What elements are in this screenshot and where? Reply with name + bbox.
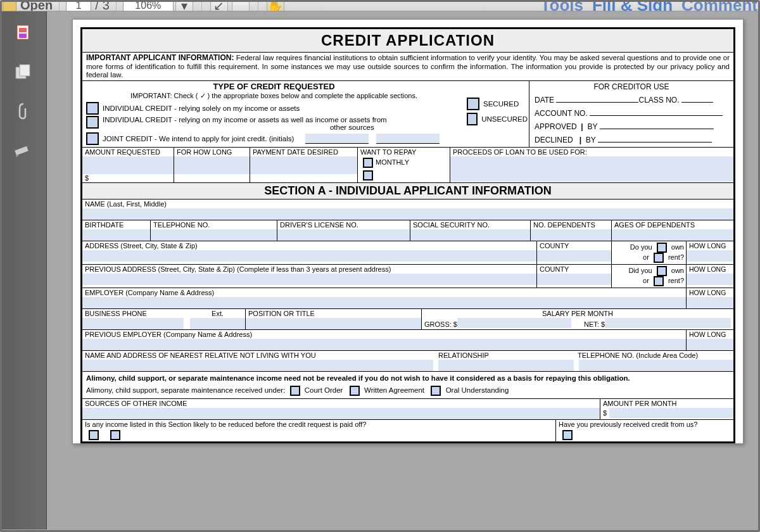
dl-field[interactable]	[277, 229, 410, 241]
amount-requested-field[interactable]	[82, 156, 174, 174]
folder-icon	[3, 0, 16, 11]
telarea-field[interactable]	[579, 360, 733, 371]
reduce-cb2[interactable]	[110, 430, 120, 440]
notice-block: IMPORTANT APPLICANT INFORMATION: Federal…	[82, 53, 733, 81]
prev-address-field[interactable]	[82, 274, 536, 285]
dollar2-label: $	[600, 408, 609, 418]
position-field[interactable]	[246, 318, 421, 329]
approved-label: APPROVED	[535, 122, 577, 131]
other-income-label: SOURCES OF OTHER INCOME	[82, 399, 600, 408]
relative-field[interactable]	[82, 360, 433, 371]
oral-checkbox[interactable]	[431, 386, 441, 396]
how-long-label: FOR HOW LONG	[174, 148, 250, 156]
amt-month-field[interactable]	[609, 408, 733, 418]
address-field[interactable]	[82, 250, 536, 262]
svg-rect-5	[15, 146, 28, 155]
prevcredit-cb1[interactable]	[562, 430, 573, 440]
other-income-field[interactable]	[82, 408, 600, 419]
county2-field[interactable]	[537, 274, 611, 285]
toc-sub: IMPORTANT: Check ( ✓ ) the appropriate b…	[82, 92, 466, 101]
joint-credit-checkbox[interactable]	[86, 132, 99, 145]
howlong1-field[interactable]	[687, 250, 733, 262]
ssn-label: SOCIAL SECURITY NO.	[410, 220, 530, 229]
sign-icon[interactable]	[13, 141, 34, 161]
zoom-dropdown[interactable]: ▾	[175, 0, 193, 11]
how-long-field[interactable]	[174, 156, 250, 174]
fill-sign-tab[interactable]: Fill & Sign	[592, 0, 673, 11]
secured-label: SECURED	[483, 100, 519, 108]
payment-date-field[interactable]	[250, 156, 357, 174]
ind2b-label: other sources	[103, 124, 387, 131]
written-agreement-checkbox[interactable]	[350, 386, 360, 396]
hand-tool-button[interactable]: ✋	[267, 0, 284, 11]
monthly-checkbox[interactable]	[363, 158, 373, 168]
own2-label: own	[671, 267, 684, 274]
comment-tab[interactable]: Comment	[681, 0, 757, 11]
name-field[interactable]	[82, 208, 733, 220]
approved-by-field[interactable]	[600, 120, 714, 129]
proceeds-field[interactable]	[450, 156, 733, 182]
prev-view-button[interactable]: ↙	[210, 0, 228, 11]
gross-label: GROSS: $	[424, 318, 457, 328]
svg-rect-4	[20, 65, 30, 76]
declined-by-field[interactable]	[598, 134, 712, 142]
initials-2-field[interactable]	[376, 134, 440, 144]
court-order-checkbox[interactable]	[290, 386, 300, 396]
individual-credit-2-checkbox[interactable]	[86, 116, 99, 129]
howlong4-label: HOW LONG	[687, 330, 733, 339]
zoom-input[interactable]: 106%	[123, 0, 174, 11]
howlong2-field[interactable]	[687, 274, 733, 285]
other-repay-checkbox[interactable]	[363, 170, 373, 180]
ind1-label: INDIVIDUAL CREDIT - relying solely on my…	[103, 104, 300, 112]
unsecured-checkbox[interactable]	[467, 113, 478, 125]
ext-field[interactable]	[190, 318, 245, 329]
reduce-q-label: Is any income listed in this Section lik…	[82, 420, 555, 429]
tools-tab[interactable]: Tools	[541, 0, 583, 11]
rent-label: rent?	[668, 253, 684, 261]
prev-employer-field[interactable]	[82, 339, 686, 350]
gross-field[interactable]	[457, 318, 571, 328]
date-field[interactable]	[556, 94, 638, 103]
employer-field[interactable]	[82, 297, 686, 308]
open-button[interactable]: Open	[3, 0, 53, 11]
own2-checkbox[interactable]	[657, 266, 667, 276]
howlong4-field[interactable]	[687, 339, 733, 350]
own-checkbox[interactable]	[657, 243, 667, 253]
rent-checkbox[interactable]	[654, 253, 664, 263]
document-viewport[interactable]: CREDIT APPLICATION IMPORTANT APPLICANT I…	[47, 11, 757, 529]
telephone-field[interactable]	[151, 229, 277, 241]
date-label: DATE	[535, 96, 554, 104]
attachments-icon[interactable]	[13, 101, 34, 122]
howlong1-label: HOW LONG	[687, 241, 733, 250]
initials-1-field[interactable]	[305, 134, 369, 144]
ages-field[interactable]	[612, 229, 733, 241]
thumbnails-icon[interactable]	[13, 23, 34, 43]
rent2-checkbox[interactable]	[654, 276, 664, 286]
individual-credit-1-checkbox[interactable]	[86, 102, 99, 115]
position-label: POSITION OR TITLE	[246, 309, 421, 318]
dependents-field[interactable]	[531, 229, 611, 241]
pages-icon[interactable]	[13, 62, 34, 82]
next-view-button[interactable]	[232, 0, 250, 11]
relative-label: NAME AND ADDRESS OF NEAREST RELATIVE NOT…	[82, 351, 436, 360]
ssn-field[interactable]	[410, 229, 530, 241]
ind2a-label: INDIVIDUAL CREDIT - relying on my income…	[103, 116, 387, 124]
class-label: CLASS NO.	[638, 96, 679, 104]
relationship-label: RELATIONSHIP	[436, 351, 575, 360]
secured-checkbox[interactable]	[467, 98, 479, 110]
birthdate-field[interactable]	[82, 229, 150, 241]
page-current-input[interactable]: 1	[66, 0, 91, 11]
county-label: COUNTY	[537, 241, 611, 250]
county-field[interactable]	[537, 250, 611, 262]
howlong3-field[interactable]	[687, 297, 733, 308]
busphone-field[interactable]	[82, 318, 184, 329]
relationship-field[interactable]	[438, 360, 574, 371]
account-field[interactable]	[590, 107, 723, 116]
net-field[interactable]	[605, 318, 731, 328]
reduce-cb1[interactable]	[89, 430, 99, 440]
prev-address-label: PREVIOUS ADDRESS (Street, City, State & …	[82, 265, 536, 274]
creditor-header: FOR CREDITOR USE	[535, 82, 728, 91]
classno-field[interactable]	[681, 94, 713, 103]
pdf-toolbar: Open 1 / 3 106% ▾ ↙ ✋ Tools Fill & Sign …	[0, 0, 760, 11]
credit-application-form: CREDIT APPLICATION IMPORTANT APPLICANT I…	[80, 27, 735, 443]
